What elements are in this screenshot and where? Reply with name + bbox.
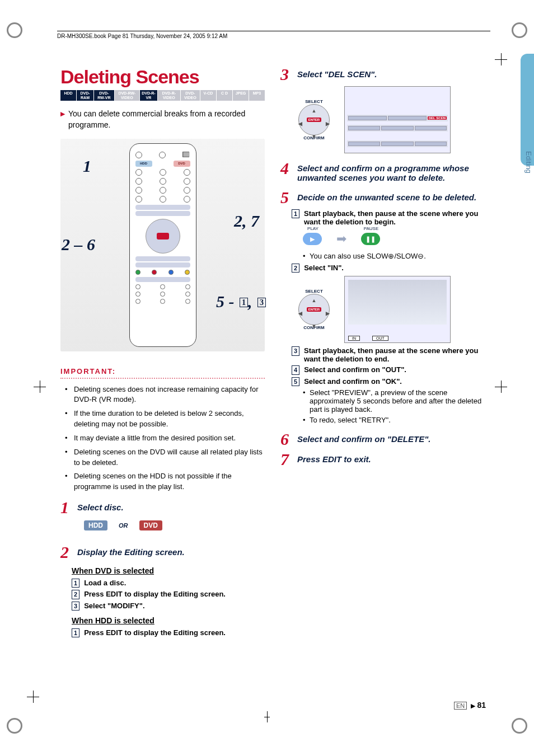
step-number: 4: [280, 160, 292, 177]
step-number: 3: [280, 66, 292, 83]
format-badge: DVD-RW-VIDEO: [115, 90, 139, 101]
arrow-icon: ➡: [336, 232, 346, 246]
format-badge: DVD-R-VR: [140, 90, 157, 101]
sub-heading: When HDD is selected: [72, 616, 265, 625]
sub-heading: When DVD is selected: [72, 566, 265, 575]
in-marker: IN: [348, 336, 360, 341]
page-number: 81: [477, 701, 486, 710]
format-badge: HDD: [60, 90, 76, 101]
del-scen-badge: DEL SCEN: [428, 116, 447, 120]
note-text: You can also use SLOW⊕/SLOW⊖.: [303, 252, 485, 260]
dpad-diagram: SELECT ENTER ▲▼◀▶ CONFIRM: [292, 289, 336, 330]
pause-button[interactable]: PAUSE❚❚ ☞: [361, 233, 380, 245]
play-label: PLAY: [296, 226, 330, 231]
step-text: Select "DEL SCEN".: [297, 66, 377, 79]
list-item: If the time duration to be deleted is be…: [69, 408, 265, 430]
list-item: Deleting scenes on the DVD will cause al…: [69, 447, 265, 468]
substep-box: 5: [292, 377, 299, 386]
format-badge: DVD-RW-VR: [94, 90, 114, 101]
substep-text: Start playback, then pause at the scene …: [304, 346, 485, 363]
important-heading: IMPORTANT:: [60, 367, 265, 375]
dvd-button-label: DVD: [144, 522, 158, 529]
substep-text: Select "MODIFY".: [84, 602, 144, 610]
pause-label: PAUSE: [354, 226, 388, 231]
play-button[interactable]: PLAY▶: [303, 233, 322, 245]
list-item: It may deviate a little from the desired…: [69, 433, 265, 444]
substep-box: 1: [72, 628, 79, 637]
select-label: SELECT: [292, 289, 336, 294]
select-label: SELECT: [292, 99, 336, 104]
step-text: Decide on the unwanted scene to be delet…: [297, 189, 476, 202]
format-badge: C D: [217, 90, 232, 101]
crop-mark-icon: [264, 711, 270, 722]
screen-thumbnail: IN OUT: [344, 276, 451, 343]
out-marker: OUT: [372, 336, 388, 341]
binder-ring-icon: [7, 22, 22, 38]
lang-badge: EN: [454, 702, 467, 710]
step-text: Display the Editing screen.: [77, 544, 185, 557]
crop-mark-icon: [495, 53, 507, 65]
substep-box: 1: [292, 209, 299, 218]
step-number: 5: [280, 189, 292, 206]
substep-text: Start playback, then pause at the scene …: [304, 209, 485, 226]
section-tab-label: Editing: [524, 151, 533, 173]
list-item: Deleting scenes on the HDD is not possib…: [69, 471, 265, 492]
important-list: Deleting scenes does not increase remain…: [60, 384, 265, 493]
substep-box: 2: [292, 264, 299, 273]
format-badge: V-CD: [200, 90, 216, 101]
format-badge: MP3: [249, 90, 265, 101]
doc-header: DR-MH300SE.book Page 81 Thursday, Novemb…: [57, 31, 490, 39]
dpad-diagram: SELECT ENTER ▲▼◀▶ CONFIRM: [292, 99, 336, 140]
format-badge-row: HDD DVD-RAM DVD-RW-VR DVD-RW-VIDEO DVD-R…: [60, 90, 265, 101]
format-badge: JPEG: [233, 90, 249, 101]
substep-text: Select "IN".: [304, 264, 344, 272]
binder-ring-icon: [512, 22, 527, 38]
page-footer: EN ▶ 81: [454, 701, 486, 710]
binder-ring-icon: [7, 718, 22, 734]
substep-box: 2: [72, 590, 79, 599]
intro-text: You can delete commercial breaks from a …: [68, 109, 265, 130]
step-number: 1: [60, 499, 72, 516]
step-number: 6: [280, 431, 292, 448]
dotted-rule: [60, 378, 265, 379]
substep-text: Press EDIT to display the Editing screen…: [84, 590, 226, 598]
crop-mark-icon: [495, 381, 507, 393]
substep-text: Press EDIT to display the Editing screen…: [84, 628, 226, 637]
callout-sub-box: 1: [240, 298, 248, 307]
format-badge: DVD-VIDEO: [181, 90, 200, 101]
substep-box: 3: [292, 346, 299, 355]
hdd-button[interactable]: HDD ☞: [84, 520, 107, 530]
note-text: To redo, select "RETRY".: [303, 416, 485, 424]
remote-diagram: 1 2, 7 2 – 6 5 - 1, 3 HDDDVD: [60, 139, 265, 351]
callout-sub-box: 3: [257, 298, 266, 307]
format-badge: DVD-R-VIDEO: [158, 90, 180, 101]
pointing-hand-icon: ☞: [382, 243, 389, 252]
step-text: Select disc.: [77, 499, 124, 512]
step-text: Press EDIT to exit.: [297, 451, 371, 464]
substep-text: Select and confirm on "OK".: [304, 377, 402, 386]
hdd-button-label: HDD: [88, 522, 103, 529]
substep-text: Load a disc.: [84, 579, 126, 587]
substep-box: 3: [72, 602, 79, 611]
callout-number: 2, 7: [234, 212, 259, 231]
note-text: Select "PREVIEW", a preview of the scene…: [303, 388, 485, 414]
callout-number-main: 5: [216, 292, 224, 311]
callout-number: 2 – 6: [62, 235, 95, 254]
dvd-button[interactable]: DVD ☞: [139, 520, 162, 530]
substep-box: 4: [292, 365, 299, 374]
binder-ring-icon: [512, 718, 527, 734]
or-label: OR: [119, 522, 128, 529]
page-title: Deleting Scenes: [60, 66, 265, 88]
crop-mark-icon: [34, 381, 46, 393]
step-number: 7: [280, 451, 292, 468]
pointing-hand-icon: ☞: [163, 527, 170, 536]
step-text: Select and confirm on a programme whose …: [297, 160, 485, 182]
callout-number: 1: [83, 157, 91, 176]
pointing-hand-icon: ☞: [108, 527, 115, 536]
section-tab: [521, 54, 534, 166]
arrow-icon: ▶: [471, 702, 475, 709]
substep-text: Select and confirm on "OUT".: [304, 365, 406, 374]
screen-thumbnail: DEL SCEN: [344, 86, 451, 153]
list-item: Deleting scenes does not increase remain…: [69, 384, 265, 406]
substep-box: 1: [72, 579, 79, 588]
